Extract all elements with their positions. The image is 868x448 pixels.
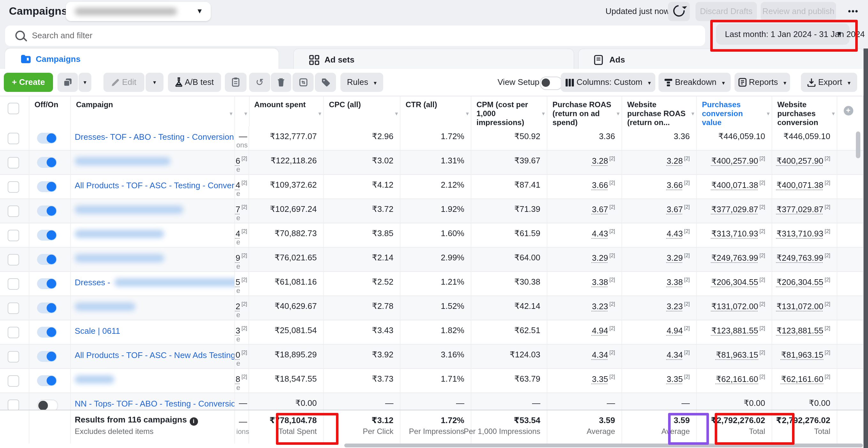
more-options-button[interactable]: ••• xyxy=(842,2,865,21)
campaign-toggle[interactable] xyxy=(37,375,57,386)
truncated-label-fragment: e xyxy=(236,189,240,197)
row-checkbox[interactable] xyxy=(8,133,19,144)
row-checkbox[interactable] xyxy=(8,254,19,266)
toggle-knob xyxy=(46,328,56,337)
cpc-cell: ₹2.96 xyxy=(324,126,400,150)
row-checkbox[interactable] xyxy=(8,278,19,290)
table-row: 2[2]e₹40,629.67₹2.781.52%₹42.143.23[2]3.… xyxy=(0,296,864,320)
ab-test-button[interactable]: A/B test xyxy=(168,73,221,92)
tab-ads[interactable]: Ads xyxy=(578,48,865,71)
row-select-cell xyxy=(0,272,29,296)
cpm-cell: ₹62.51 xyxy=(471,320,547,344)
footnote-marker: [2] xyxy=(242,156,247,162)
row-select-cell xyxy=(0,199,29,223)
campaign-toggle[interactable] xyxy=(37,351,57,362)
sort-caret-icon: ▾ xyxy=(318,109,321,118)
edit-button[interactable]: Edit xyxy=(103,73,144,92)
create-button[interactable]: + Create xyxy=(4,73,53,92)
campaign-toggle[interactable] xyxy=(37,206,57,216)
campaign-toggle[interactable] xyxy=(37,254,57,265)
website-purchase-roas-cell: 3.67[2] xyxy=(622,199,697,223)
reports-button[interactable]: Reports ▾ xyxy=(735,73,790,92)
horizontal-scrollbar-thumb[interactable] xyxy=(344,444,863,447)
metric-value: 3.38 xyxy=(667,277,683,287)
metric-value: 3.36 xyxy=(674,132,690,141)
breakdown-button[interactable]: Breakdown ▾ xyxy=(658,73,731,92)
metric-value: ₹62,161.60 xyxy=(716,374,758,384)
row-checkbox[interactable] xyxy=(8,181,19,193)
campaign-toggle[interactable] xyxy=(37,303,57,313)
sort-caret-icon: ▾ xyxy=(617,109,620,118)
row-checkbox[interactable] xyxy=(8,303,19,314)
ctr-cell: 1.82% xyxy=(400,320,471,344)
campaign-link[interactable]: Dresses- TOF - ABO - Testing - Conversio… xyxy=(75,132,234,142)
results-summary: Results from 116 campaignsi xyxy=(75,415,198,426)
footnote-marker: [2] xyxy=(760,180,765,186)
search-input[interactable]: Search and filter xyxy=(5,26,705,46)
clipboard-button[interactable] xyxy=(225,73,247,92)
footnote-marker: [2] xyxy=(825,374,830,380)
toggle-knob xyxy=(541,78,550,87)
row-checkbox[interactable] xyxy=(8,327,19,338)
campaign-link[interactable]: All Products - TOF - ASC - New Ads Testi… xyxy=(75,350,235,360)
refresh-button[interactable] xyxy=(668,2,690,21)
tab-campaigns[interactable]: Campaigns xyxy=(5,48,278,70)
campaign-link[interactable]: All Products - TOF - ASC - Testing - Con… xyxy=(75,181,235,190)
ctr-cell: 2.12% xyxy=(400,175,471,199)
delete-button[interactable] xyxy=(271,73,291,92)
row-checkbox[interactable] xyxy=(8,375,19,387)
tab-ad-sets[interactable]: Ad sets xyxy=(293,48,574,71)
metric-value: 3.38 xyxy=(592,277,608,287)
spacer-cell xyxy=(837,320,864,344)
row-toggle-cell xyxy=(29,199,71,223)
row-checkbox[interactable] xyxy=(8,157,19,169)
import-export-button[interactable] xyxy=(292,73,314,92)
truncated-results-cell: 9[2]e xyxy=(235,248,249,271)
tag-button[interactable] xyxy=(315,73,336,92)
duplicate-menu-button[interactable]: ▾ xyxy=(79,73,91,92)
footnote-marker: [2] xyxy=(242,277,247,283)
row-checkbox[interactable] xyxy=(8,351,19,363)
campaign-toggle[interactable] xyxy=(37,181,57,192)
discard-drafts-button[interactable]: Discard Drafts xyxy=(695,2,757,21)
amount-spent-cell: ₹70,882.73 xyxy=(249,223,324,247)
footer-amount-spent: ₹778,104.78Total Spent xyxy=(249,410,324,444)
row-checkbox[interactable] xyxy=(8,230,19,241)
metric-value: 9 xyxy=(236,253,240,263)
info-icon[interactable]: i xyxy=(189,417,198,426)
rules-button[interactable]: Rules ▾ xyxy=(340,73,383,92)
review-publish-button[interactable]: Review and publish xyxy=(761,2,836,21)
footer-total-label: Average xyxy=(661,427,690,436)
campaign-toggle[interactable] xyxy=(37,230,57,241)
export-button[interactable]: Export ▾ xyxy=(801,73,857,92)
date-range-selector[interactable]: Last month: 1 Jan 2024 - 31 Jan 2024 ▼ xyxy=(716,24,849,45)
account-dropdown[interactable]: ▼ xyxy=(66,2,211,21)
metric-value: ₹131,072.00 xyxy=(777,302,824,311)
purchase-roas-cell: 4.34[2] xyxy=(547,345,622,368)
undo-button[interactable]: ↺ xyxy=(249,73,270,92)
row-checkbox[interactable] xyxy=(8,206,19,217)
campaign-toggle[interactable] xyxy=(37,133,57,144)
campaign-link[interactable]: NN - Tops- TOF - ABO - Testing - Convers… xyxy=(75,399,235,408)
row-checkbox[interactable] xyxy=(8,400,19,411)
footnote-marker: [2] xyxy=(760,156,765,162)
edit-menu-button[interactable]: ▾ xyxy=(146,73,163,92)
campaign-name-cell xyxy=(71,199,235,223)
campaign-link[interactable]: Scale | 0611 xyxy=(75,326,120,336)
add-column-icon[interactable]: + xyxy=(843,106,853,115)
view-setup-toggle[interactable] xyxy=(540,77,563,90)
campaign-toggle[interactable] xyxy=(37,157,57,168)
columns-button[interactable]: Columns: Custom ▾ xyxy=(561,73,655,92)
campaign-toggle[interactable] xyxy=(37,278,57,289)
campaign-toggle[interactable] xyxy=(37,327,57,338)
clipboard-icon xyxy=(232,77,240,87)
duplicate-button[interactable] xyxy=(58,73,78,92)
vertical-scrollbar-thumb[interactable] xyxy=(856,132,860,158)
ctr-cell: 1.21% xyxy=(400,272,471,296)
footnote-marker: [2] xyxy=(242,350,247,355)
purchase-roas-cell: 3.35[2] xyxy=(547,369,622,392)
select-all-checkbox[interactable] xyxy=(8,103,19,114)
website-purchases-conversion-value-cell: ₹206,304.55[2] xyxy=(772,272,837,296)
campaign-link[interactable]: Dresses - xyxy=(75,278,110,287)
website-purchase-roas-cell: 3.29[2] xyxy=(622,248,697,271)
